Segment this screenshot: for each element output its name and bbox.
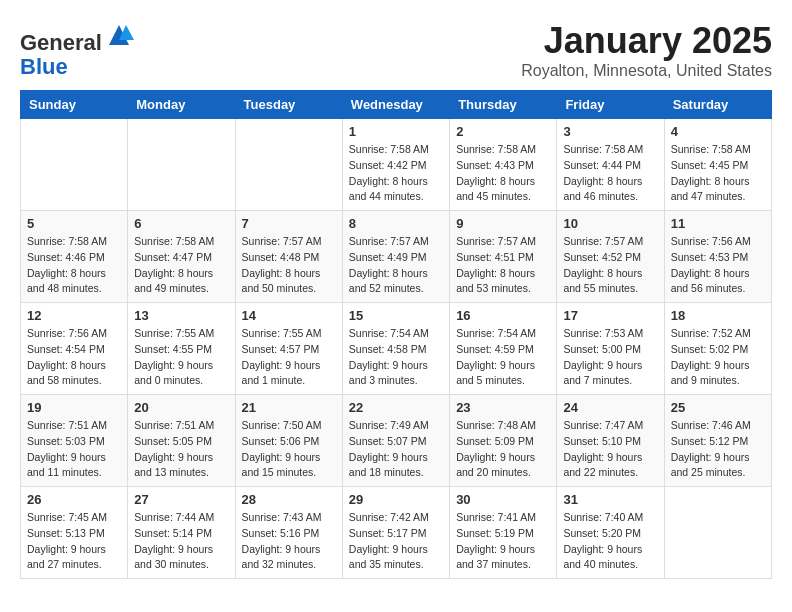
day-number: 11 [671, 216, 765, 231]
location-title: Royalton, Minnesota, United States [521, 62, 772, 80]
day-info: Sunrise: 7:45 AM Sunset: 5:13 PM Dayligh… [27, 510, 121, 573]
day-cell: 17Sunrise: 7:53 AM Sunset: 5:00 PM Dayli… [557, 303, 664, 395]
day-info: Sunrise: 7:50 AM Sunset: 5:06 PM Dayligh… [242, 418, 336, 481]
day-info: Sunrise: 7:53 AM Sunset: 5:00 PM Dayligh… [563, 326, 657, 389]
day-number: 7 [242, 216, 336, 231]
day-cell: 20Sunrise: 7:51 AM Sunset: 5:05 PM Dayli… [128, 395, 235, 487]
day-info: Sunrise: 7:58 AM Sunset: 4:47 PM Dayligh… [134, 234, 228, 297]
page-header: General Blue January 2025 Royalton, Minn… [20, 20, 772, 80]
day-info: Sunrise: 7:43 AM Sunset: 5:16 PM Dayligh… [242, 510, 336, 573]
day-info: Sunrise: 7:49 AM Sunset: 5:07 PM Dayligh… [349, 418, 443, 481]
day-cell [664, 487, 771, 579]
day-cell: 11Sunrise: 7:56 AM Sunset: 4:53 PM Dayli… [664, 211, 771, 303]
day-cell: 26Sunrise: 7:45 AM Sunset: 5:13 PM Dayli… [21, 487, 128, 579]
day-info: Sunrise: 7:41 AM Sunset: 5:19 PM Dayligh… [456, 510, 550, 573]
day-number: 8 [349, 216, 443, 231]
day-number: 23 [456, 400, 550, 415]
day-cell: 9Sunrise: 7:57 AM Sunset: 4:51 PM Daylig… [450, 211, 557, 303]
day-number: 27 [134, 492, 228, 507]
day-number: 31 [563, 492, 657, 507]
week-row-3: 12Sunrise: 7:56 AM Sunset: 4:54 PM Dayli… [21, 303, 772, 395]
day-info: Sunrise: 7:57 AM Sunset: 4:49 PM Dayligh… [349, 234, 443, 297]
day-number: 19 [27, 400, 121, 415]
calendar-table: SundayMondayTuesdayWednesdayThursdayFrid… [20, 90, 772, 579]
weekday-header-tuesday: Tuesday [235, 91, 342, 119]
logo-icon [104, 20, 134, 50]
day-info: Sunrise: 7:58 AM Sunset: 4:46 PM Dayligh… [27, 234, 121, 297]
day-cell: 3Sunrise: 7:58 AM Sunset: 4:44 PM Daylig… [557, 119, 664, 211]
day-number: 15 [349, 308, 443, 323]
day-number: 28 [242, 492, 336, 507]
weekday-header-friday: Friday [557, 91, 664, 119]
logo-general: General [20, 30, 102, 55]
day-cell [128, 119, 235, 211]
weekday-header-row: SundayMondayTuesdayWednesdayThursdayFrid… [21, 91, 772, 119]
day-cell: 5Sunrise: 7:58 AM Sunset: 4:46 PM Daylig… [21, 211, 128, 303]
day-info: Sunrise: 7:55 AM Sunset: 4:57 PM Dayligh… [242, 326, 336, 389]
day-cell [21, 119, 128, 211]
day-cell: 22Sunrise: 7:49 AM Sunset: 5:07 PM Dayli… [342, 395, 449, 487]
day-info: Sunrise: 7:56 AM Sunset: 4:54 PM Dayligh… [27, 326, 121, 389]
day-number: 13 [134, 308, 228, 323]
day-info: Sunrise: 7:40 AM Sunset: 5:20 PM Dayligh… [563, 510, 657, 573]
day-number: 4 [671, 124, 765, 139]
day-number: 2 [456, 124, 550, 139]
day-cell: 12Sunrise: 7:56 AM Sunset: 4:54 PM Dayli… [21, 303, 128, 395]
day-number: 6 [134, 216, 228, 231]
logo: General Blue [20, 20, 134, 79]
month-title: January 2025 [521, 20, 772, 62]
day-cell: 25Sunrise: 7:46 AM Sunset: 5:12 PM Dayli… [664, 395, 771, 487]
day-info: Sunrise: 7:58 AM Sunset: 4:43 PM Dayligh… [456, 142, 550, 205]
day-cell: 2Sunrise: 7:58 AM Sunset: 4:43 PM Daylig… [450, 119, 557, 211]
day-number: 20 [134, 400, 228, 415]
day-number: 12 [27, 308, 121, 323]
title-block: January 2025 Royalton, Minnesota, United… [521, 20, 772, 80]
day-info: Sunrise: 7:57 AM Sunset: 4:52 PM Dayligh… [563, 234, 657, 297]
day-number: 9 [456, 216, 550, 231]
day-cell: 16Sunrise: 7:54 AM Sunset: 4:59 PM Dayli… [450, 303, 557, 395]
day-cell: 13Sunrise: 7:55 AM Sunset: 4:55 PM Dayli… [128, 303, 235, 395]
day-info: Sunrise: 7:58 AM Sunset: 4:45 PM Dayligh… [671, 142, 765, 205]
day-cell: 28Sunrise: 7:43 AM Sunset: 5:16 PM Dayli… [235, 487, 342, 579]
day-cell: 1Sunrise: 7:58 AM Sunset: 4:42 PM Daylig… [342, 119, 449, 211]
day-number: 21 [242, 400, 336, 415]
day-number: 1 [349, 124, 443, 139]
day-info: Sunrise: 7:58 AM Sunset: 4:44 PM Dayligh… [563, 142, 657, 205]
day-cell: 18Sunrise: 7:52 AM Sunset: 5:02 PM Dayli… [664, 303, 771, 395]
day-cell: 29Sunrise: 7:42 AM Sunset: 5:17 PM Dayli… [342, 487, 449, 579]
day-cell: 8Sunrise: 7:57 AM Sunset: 4:49 PM Daylig… [342, 211, 449, 303]
day-cell: 24Sunrise: 7:47 AM Sunset: 5:10 PM Dayli… [557, 395, 664, 487]
day-cell: 23Sunrise: 7:48 AM Sunset: 5:09 PM Dayli… [450, 395, 557, 487]
day-cell: 27Sunrise: 7:44 AM Sunset: 5:14 PM Dayli… [128, 487, 235, 579]
day-cell [235, 119, 342, 211]
day-number: 3 [563, 124, 657, 139]
week-row-2: 5Sunrise: 7:58 AM Sunset: 4:46 PM Daylig… [21, 211, 772, 303]
day-cell: 7Sunrise: 7:57 AM Sunset: 4:48 PM Daylig… [235, 211, 342, 303]
day-cell: 6Sunrise: 7:58 AM Sunset: 4:47 PM Daylig… [128, 211, 235, 303]
week-row-4: 19Sunrise: 7:51 AM Sunset: 5:03 PM Dayli… [21, 395, 772, 487]
day-info: Sunrise: 7:57 AM Sunset: 4:51 PM Dayligh… [456, 234, 550, 297]
day-cell: 30Sunrise: 7:41 AM Sunset: 5:19 PM Dayli… [450, 487, 557, 579]
day-info: Sunrise: 7:57 AM Sunset: 4:48 PM Dayligh… [242, 234, 336, 297]
day-info: Sunrise: 7:58 AM Sunset: 4:42 PM Dayligh… [349, 142, 443, 205]
day-number: 18 [671, 308, 765, 323]
day-number: 14 [242, 308, 336, 323]
week-row-1: 1Sunrise: 7:58 AM Sunset: 4:42 PM Daylig… [21, 119, 772, 211]
day-cell: 14Sunrise: 7:55 AM Sunset: 4:57 PM Dayli… [235, 303, 342, 395]
day-info: Sunrise: 7:48 AM Sunset: 5:09 PM Dayligh… [456, 418, 550, 481]
weekday-header-monday: Monday [128, 91, 235, 119]
day-number: 5 [27, 216, 121, 231]
day-number: 24 [563, 400, 657, 415]
logo-blue: Blue [20, 54, 68, 79]
day-number: 22 [349, 400, 443, 415]
day-info: Sunrise: 7:56 AM Sunset: 4:53 PM Dayligh… [671, 234, 765, 297]
day-cell: 21Sunrise: 7:50 AM Sunset: 5:06 PM Dayli… [235, 395, 342, 487]
day-number: 26 [27, 492, 121, 507]
day-number: 25 [671, 400, 765, 415]
day-info: Sunrise: 7:51 AM Sunset: 5:05 PM Dayligh… [134, 418, 228, 481]
day-cell: 10Sunrise: 7:57 AM Sunset: 4:52 PM Dayli… [557, 211, 664, 303]
week-row-5: 26Sunrise: 7:45 AM Sunset: 5:13 PM Dayli… [21, 487, 772, 579]
day-cell: 4Sunrise: 7:58 AM Sunset: 4:45 PM Daylig… [664, 119, 771, 211]
weekday-header-thursday: Thursday [450, 91, 557, 119]
day-number: 16 [456, 308, 550, 323]
